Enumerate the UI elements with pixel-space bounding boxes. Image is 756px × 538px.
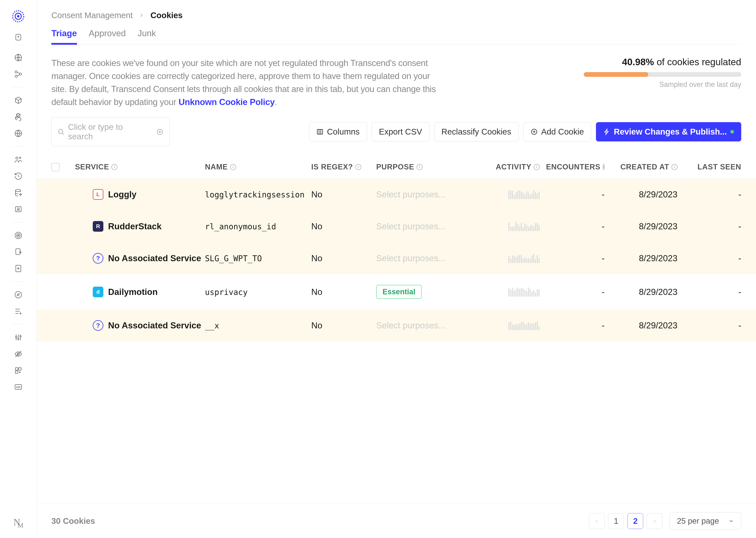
id-icon[interactable] <box>14 204 23 214</box>
tab-approved[interactable]: Approved <box>89 28 126 45</box>
people-icon[interactable] <box>14 155 23 164</box>
info-icon[interactable]: i <box>672 164 678 170</box>
svg-rect-13 <box>15 207 21 212</box>
plugin-icon[interactable] <box>14 366 23 375</box>
purpose-tag[interactable]: Essential <box>376 285 422 299</box>
is-regex-value: No <box>311 189 376 199</box>
app-logo[interactable] <box>11 9 25 24</box>
table-header: SERVICEi NAMEi IS REGEX?i PURPOSEi ACTIV… <box>37 156 756 179</box>
pagination: 12 25 per page <box>589 512 741 530</box>
database-icon[interactable] <box>14 188 23 197</box>
unknown-service-icon: ? <box>93 253 103 264</box>
row-count: 30 Cookies <box>51 516 95 526</box>
svg-point-12 <box>20 194 21 195</box>
export-csv-button[interactable]: Export CSV <box>372 122 429 141</box>
plus-circle-icon[interactable] <box>156 128 164 135</box>
created-at-value: 8/29/2023 <box>610 321 689 330</box>
add-cookie-button[interactable]: Add Cookie <box>523 122 591 141</box>
svg-point-14 <box>17 208 19 210</box>
document-arrow-icon[interactable] <box>14 247 23 257</box>
reclassify-button[interactable]: Reclassify Cookies <box>434 122 519 141</box>
service-logo-icon: d <box>93 287 103 297</box>
svg-rect-18 <box>16 249 20 254</box>
info-icon[interactable]: i <box>603 164 605 170</box>
per-page-select[interactable]: 25 per page <box>670 512 741 530</box>
plus-circle-icon <box>531 128 538 135</box>
search-input[interactable]: Click or type to search <box>51 117 169 146</box>
purpose-select[interactable]: Select purposes... <box>376 321 446 330</box>
target-icon[interactable] <box>14 231 23 240</box>
eye-off-icon[interactable] <box>14 349 23 359</box>
purpose-select[interactable]: Select purposes... <box>376 189 446 199</box>
is-regex-value: No <box>311 221 376 231</box>
unknown-service-icon: ? <box>93 320 103 331</box>
compass-icon[interactable] <box>14 290 23 299</box>
prev-page-button[interactable] <box>589 513 605 529</box>
service-logo-icon: R <box>93 221 103 232</box>
main-content: Consent Management Cookies Triage Approv… <box>37 0 756 538</box>
last-seen-value: - <box>689 253 741 263</box>
activity-sparkline <box>491 222 540 231</box>
purpose-select[interactable]: Select purposes... <box>376 221 446 231</box>
svg-point-10 <box>19 157 21 158</box>
svg-rect-27 <box>15 371 18 373</box>
progress-bar <box>584 72 741 77</box>
created-at-value: 8/29/2023 <box>610 189 689 199</box>
cookie-name: SLG_G_WPT_TO <box>205 254 262 263</box>
last-seen-value: - <box>689 287 741 297</box>
table-row[interactable]: ?No Associated Service__xNoSelect purpos… <box>37 309 756 342</box>
svg-rect-31 <box>317 130 322 134</box>
purpose-select[interactable]: Select purposes... <box>376 253 446 263</box>
tab-triage[interactable]: Triage <box>51 28 77 45</box>
lightning-icon <box>603 128 610 135</box>
select-all-checkbox[interactable] <box>51 163 60 171</box>
sidebar: NM <box>0 0 37 538</box>
cookie-name: __x <box>205 321 219 330</box>
globe-icon[interactable] <box>14 53 23 62</box>
info-icon[interactable]: i <box>230 164 236 170</box>
service-logo-icon: L <box>93 189 103 200</box>
table-row[interactable]: dDailymotionusprivacyNoEssential-8/29/20… <box>37 274 756 309</box>
encounters-value: - <box>551 287 610 297</box>
columns-button[interactable]: Columns <box>309 122 367 141</box>
sidebar-footer-logo: NM <box>13 517 23 529</box>
review-publish-button[interactable]: Review Changes & Publish... <box>596 122 741 141</box>
is-regex-value: No <box>311 321 376 330</box>
sidebar-nav-icon[interactable] <box>14 32 23 42</box>
cubes-icon[interactable] <box>14 112 23 122</box>
page-button[interactable]: 2 <box>628 513 643 529</box>
info-icon[interactable]: i <box>417 164 422 170</box>
regulation-stats: 40.98% of cookies regulated Sampled over… <box>584 57 741 89</box>
breadcrumb-parent[interactable]: Consent Management <box>51 11 133 20</box>
svg-point-21 <box>15 337 17 338</box>
next-page-button[interactable] <box>647 513 662 529</box>
table-row[interactable]: RRudderStackrl_anonymous_idNoSelect purp… <box>37 210 756 242</box>
activity-sparkline <box>491 321 540 330</box>
service-name: RudderStack <box>108 221 162 231</box>
info-icon[interactable]: i <box>534 164 540 170</box>
tab-junk[interactable]: Junk <box>138 28 156 45</box>
chevron-right-icon <box>139 11 145 20</box>
status-dot-icon <box>731 130 734 134</box>
table-row[interactable]: LLogglylogglytrackingsessionNoSelect pur… <box>37 179 756 210</box>
svg-point-7 <box>15 75 17 78</box>
last-seen-value: - <box>689 189 741 199</box>
list-plus-icon[interactable] <box>14 306 23 316</box>
code-screen-icon[interactable] <box>14 382 23 392</box>
info-icon[interactable]: i <box>355 164 361 170</box>
info-icon[interactable]: i <box>112 164 117 170</box>
activity-sparkline <box>491 253 540 263</box>
svg-point-29 <box>59 130 63 134</box>
document-download-icon[interactable] <box>14 264 23 273</box>
world-icon[interactable] <box>14 129 23 138</box>
is-regex-value: No <box>311 287 376 297</box>
sliders-icon[interactable] <box>14 333 23 342</box>
created-at-value: 8/29/2023 <box>610 221 689 231</box>
unknown-cookie-policy-link[interactable]: Unknown Cookie Policy <box>178 97 275 107</box>
table-row[interactable]: ?No Associated ServiceSLG_G_WPT_TONoSele… <box>37 242 756 274</box>
encounters-value: - <box>551 253 610 263</box>
page-button[interactable]: 1 <box>608 513 624 529</box>
share-icon[interactable] <box>14 69 23 79</box>
history-icon[interactable] <box>14 171 23 181</box>
cube-icon[interactable] <box>14 95 23 105</box>
